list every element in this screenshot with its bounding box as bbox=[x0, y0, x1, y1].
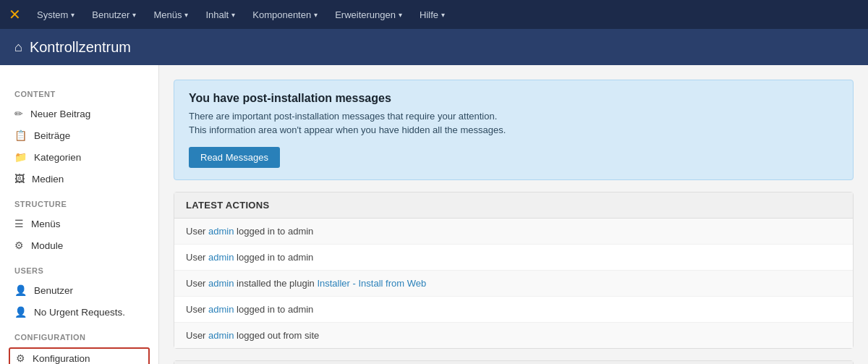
nav-erweiterungen-label: Erweiterungen bbox=[335, 9, 396, 20]
top-navigation: ✕ System ▾ Benutzer ▾ Menüs ▾ Inhalt ▾ K… bbox=[0, 0, 868, 29]
chevron-down-icon: ▾ bbox=[132, 11, 136, 19]
sidebar-item-medien[interactable]: 🖼 Medien bbox=[0, 168, 158, 190]
sidebar-section-content: CONTENT bbox=[0, 80, 158, 103]
nav-hilfe[interactable]: Hilfe ▾ bbox=[412, 5, 452, 25]
action-row-1: User admin logged in to admin bbox=[174, 219, 853, 245]
chevron-down-icon: ▾ bbox=[314, 11, 318, 19]
action-suffix: logged in to admin bbox=[234, 304, 313, 315]
sidebar-item-menus[interactable]: ☰ Menüs bbox=[0, 213, 158, 234]
action-row-3: User admin installed the plugin Installe… bbox=[174, 271, 853, 297]
sidebar-item-label: Module bbox=[31, 240, 63, 251]
post-install-box: You have post-installation messages Ther… bbox=[174, 80, 854, 180]
chevron-down-icon: ▾ bbox=[71, 11, 75, 19]
sidebar-item-beitraege[interactable]: 📋 Beiträge bbox=[0, 124, 158, 146]
page-title-bar: ⌂ Kontrollzentrum bbox=[0, 29, 868, 65]
edit-icon: ✏ bbox=[14, 108, 23, 119]
sidebar-item-label: Neuer Beitrag bbox=[30, 109, 90, 119]
sidebar-item-no-urgent[interactable]: 👤 No Urgent Requests. bbox=[0, 301, 158, 323]
gear-icon: ⚙ bbox=[16, 352, 25, 364]
sidebar-item-label: Beiträge bbox=[34, 130, 70, 141]
sidebar: CONTENT ✏ Neuer Beitrag 📋 Beiträge 📁 Kat… bbox=[0, 65, 159, 364]
chevron-down-icon: ▾ bbox=[184, 11, 188, 19]
content-area: You have post-installation messages Ther… bbox=[159, 65, 868, 364]
nav-inhalt[interactable]: Inhalt ▾ bbox=[198, 5, 242, 25]
sidebar-item-label: Benutzer bbox=[34, 285, 73, 296]
nav-komponenten-label: Komponenten bbox=[252, 9, 311, 20]
sidebar-item-konfiguration[interactable]: ⚙ Konfiguration bbox=[9, 347, 150, 364]
action-text: User bbox=[186, 330, 208, 341]
post-install-title: You have post-installation messages bbox=[189, 92, 838, 105]
chevron-down-icon: ▾ bbox=[441, 11, 445, 19]
user-check-icon: 👤 bbox=[14, 306, 27, 318]
action-row-5: User admin logged out from site bbox=[174, 323, 853, 348]
latest-actions-panel: LATEST ACTIONS User admin logged in to a… bbox=[174, 192, 854, 349]
action-row-2: User admin logged in to admin bbox=[174, 245, 853, 271]
sidebar-item-neuer-beitrag[interactable]: ✏ Neuer Beitrag bbox=[0, 103, 158, 124]
image-icon: 🖼 bbox=[14, 173, 25, 185]
logged-in-users-header: LOGGED-IN USERS bbox=[174, 361, 853, 364]
sidebar-item-kategorien[interactable]: 📁 Kategorien bbox=[0, 146, 158, 168]
sidebar-item-label: Konfiguration bbox=[33, 353, 90, 364]
home-icon: ⌂ bbox=[14, 40, 22, 55]
action-text: User bbox=[186, 304, 208, 315]
admin-link-3[interactable]: admin bbox=[208, 278, 234, 289]
module-icon: ⚙ bbox=[14, 240, 24, 251]
sidebar-item-label: Menüs bbox=[31, 219, 61, 229]
action-text: User bbox=[186, 252, 208, 263]
nav-system-label: System bbox=[37, 9, 68, 20]
document-icon: 📋 bbox=[14, 130, 27, 141]
post-install-line2: This information area won't appear when … bbox=[189, 124, 838, 135]
sidebar-section-structure: STRUCTURE bbox=[0, 190, 158, 213]
sidebar-item-label: Kategorien bbox=[34, 152, 81, 163]
sidebar-item-label: Medien bbox=[32, 174, 64, 185]
action-suffix: installed the plugin bbox=[234, 278, 317, 289]
nav-menus[interactable]: Menüs ▾ bbox=[146, 5, 195, 25]
action-suffix: logged in to admin bbox=[234, 252, 313, 263]
action-text: User bbox=[186, 278, 208, 289]
nav-benutzer-label: Benutzer bbox=[92, 9, 129, 20]
latest-actions-header: LATEST ACTIONS bbox=[174, 192, 853, 219]
sidebar-item-label: No Urgent Requests. bbox=[34, 307, 125, 318]
nav-erweiterungen[interactable]: Erweiterungen ▾ bbox=[328, 5, 409, 25]
admin-link-4[interactable]: admin bbox=[208, 304, 234, 315]
user-icon: 👤 bbox=[14, 284, 27, 296]
sidebar-section-users: USERS bbox=[0, 256, 158, 279]
sidebar-section-configuration: CONFIGURATION bbox=[0, 323, 158, 346]
joomla-logo: ✕ bbox=[9, 6, 21, 23]
action-suffix: logged out from site bbox=[234, 330, 319, 341]
sidebar-item-benutzer[interactable]: 👤 Benutzer bbox=[0, 279, 158, 301]
folder-icon: 📁 bbox=[14, 151, 27, 163]
admin-link-5[interactable]: admin bbox=[208, 330, 234, 341]
post-install-line1: There are important post-installation me… bbox=[189, 111, 838, 122]
admin-link-1[interactable]: admin bbox=[208, 226, 234, 237]
sidebar-item-module[interactable]: ⚙ Module bbox=[0, 234, 158, 256]
admin-link-2[interactable]: admin bbox=[208, 252, 234, 263]
read-messages-button[interactable]: Read Messages bbox=[189, 147, 280, 168]
action-text: User bbox=[186, 226, 208, 237]
page-title: Kontrollzentrum bbox=[30, 39, 131, 56]
action-suffix: logged in to admin bbox=[234, 226, 313, 237]
nav-benutzer[interactable]: Benutzer ▾ bbox=[85, 5, 143, 25]
nav-inhalt-label: Inhalt bbox=[205, 9, 229, 20]
action-row-4: User admin logged in to admin bbox=[174, 297, 853, 323]
nav-menus-label: Menüs bbox=[153, 9, 182, 20]
logged-in-users-panel: LOGGED-IN USERS bbox=[174, 360, 854, 364]
installer-link[interactable]: Installer - Install from Web bbox=[317, 278, 426, 289]
nav-system[interactable]: System ▾ bbox=[30, 5, 82, 25]
nav-hilfe-label: Hilfe bbox=[420, 9, 438, 20]
main-layout: CONTENT ✏ Neuer Beitrag 📋 Beiträge 📁 Kat… bbox=[0, 65, 868, 364]
chevron-down-icon: ▾ bbox=[231, 11, 235, 19]
nav-komponenten[interactable]: Komponenten ▾ bbox=[245, 5, 325, 25]
menu-icon: ☰ bbox=[14, 218, 24, 229]
chevron-down-icon: ▾ bbox=[399, 11, 402, 19]
